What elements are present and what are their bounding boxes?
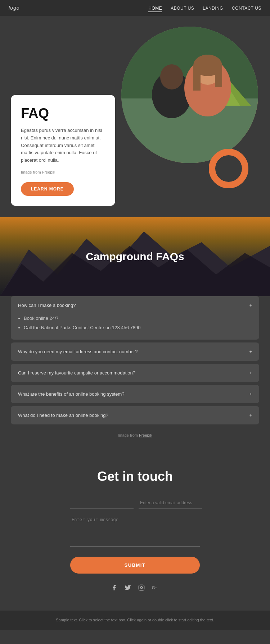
footer-text: Sample text. Click to select the text bo… xyxy=(7,617,263,624)
nav-about[interactable]: ABOUT US xyxy=(171,6,194,12)
svg-point-5 xyxy=(160,64,183,89)
accordion-item: Why do you need my email address and con… xyxy=(11,342,259,361)
faq-body-text: Egestas purus viverra accumsan in nisl n… xyxy=(21,127,105,164)
campground-title: Campground FAQs xyxy=(86,250,184,263)
accordion-header-4[interactable]: What are the benefits of an online booki… xyxy=(11,385,259,403)
contact-title: Get in touch xyxy=(11,469,259,484)
form-row-top xyxy=(70,497,200,509)
accordion-item: What do I need to make an online booking… xyxy=(11,406,259,424)
nav-landing[interactable]: LANDING xyxy=(203,6,223,12)
faq-heading: FAQ xyxy=(21,106,105,121)
svg-rect-14 xyxy=(139,585,144,590)
email-input[interactable] xyxy=(139,497,202,509)
contact-section: Get in touch SUBMIT G+ xyxy=(0,451,270,611)
footer: Sample text. Click to select the text bo… xyxy=(0,611,270,630)
contact-form: SUBMIT xyxy=(70,497,200,584)
logo: logo xyxy=(9,5,19,11)
accordion-question-3: Can I reserve my favourite campsite or a… xyxy=(18,370,135,376)
accordion-header-3[interactable]: Can I reserve my favourite campsite or a… xyxy=(11,364,259,382)
instagram-icon[interactable] xyxy=(138,584,145,593)
campground-banner: Campground FAQs xyxy=(0,217,270,296)
hero-section: FAQ Egestas purus viverra accumsan in ni… xyxy=(0,16,270,217)
campground-section: Campground FAQs How can I make a booking… xyxy=(0,217,270,451)
message-textarea[interactable] xyxy=(70,514,200,547)
facebook-icon[interactable] xyxy=(111,584,117,593)
nav-home[interactable]: HOME xyxy=(148,6,162,12)
svg-text:G+: G+ xyxy=(152,585,157,590)
accordion-item: How can I make a booking? + Book online … xyxy=(11,296,259,340)
faq-card: FAQ Egestas purus viverra accumsan in ni… xyxy=(11,95,115,206)
accordion-plus-icon-5: + xyxy=(249,413,252,418)
learn-more-button[interactable]: LEARN MORE xyxy=(21,182,74,196)
accordion-header-2[interactable]: Why do you need my email address and con… xyxy=(11,342,259,361)
accordion-plus-icon-3: + xyxy=(249,370,252,376)
accordion-header-5[interactable]: What do I need to make an online booking… xyxy=(11,406,259,424)
accordion-item: Can I reserve my favourite campsite or a… xyxy=(11,364,259,382)
social-icons: G+ xyxy=(11,584,259,593)
camping-photo xyxy=(121,27,258,163)
nav-contact[interactable]: CONTACT US xyxy=(232,6,261,12)
accordion-item: What are the benefits of an online booki… xyxy=(11,385,259,403)
booking-option-2: Call the National Parks Contact Centre o… xyxy=(24,324,252,332)
nav-links: HOME ABOUT US LANDING CONTACT US xyxy=(148,5,261,11)
accordion-question-1: How can I make a booking? xyxy=(18,303,76,308)
freepik-link[interactable]: Freepik xyxy=(139,433,152,437)
submit-button[interactable]: SUBMIT xyxy=(70,557,200,574)
campground-image-credit: Image from Freepik xyxy=(11,427,259,440)
booking-option-1: Book online 24/7 xyxy=(24,314,252,322)
faq-accordions: How can I make a booking? + Book online … xyxy=(0,296,270,451)
twitter-icon[interactable] xyxy=(125,584,131,593)
navbar: logo HOME ABOUT US LANDING CONTACT US xyxy=(0,0,270,16)
name-input[interactable] xyxy=(70,497,134,509)
accordion-plus-icon-2: + xyxy=(249,349,252,354)
accordion-plus-icon-4: + xyxy=(249,391,252,397)
svg-rect-10 xyxy=(215,65,222,87)
accordion-question-2: Why do you need my email address and con… xyxy=(18,349,138,354)
hero-image-credit: Image from Freepik xyxy=(21,169,105,176)
svg-rect-9 xyxy=(193,65,201,91)
hero-circle-image xyxy=(121,27,258,163)
accordion-plus-icon-1: + xyxy=(249,303,252,308)
accordion-question-5: What do I need to make an online booking… xyxy=(18,413,108,418)
accordion-header-1[interactable]: How can I make a booking? + xyxy=(11,296,259,314)
orange-ring-decoration xyxy=(209,149,248,188)
googleplus-icon[interactable]: G+ xyxy=(152,584,159,593)
accordion-question-4: What are the benefits of an online booki… xyxy=(18,391,125,397)
accordion-content-1: Book online 24/7 Call the National Parks… xyxy=(11,314,259,340)
